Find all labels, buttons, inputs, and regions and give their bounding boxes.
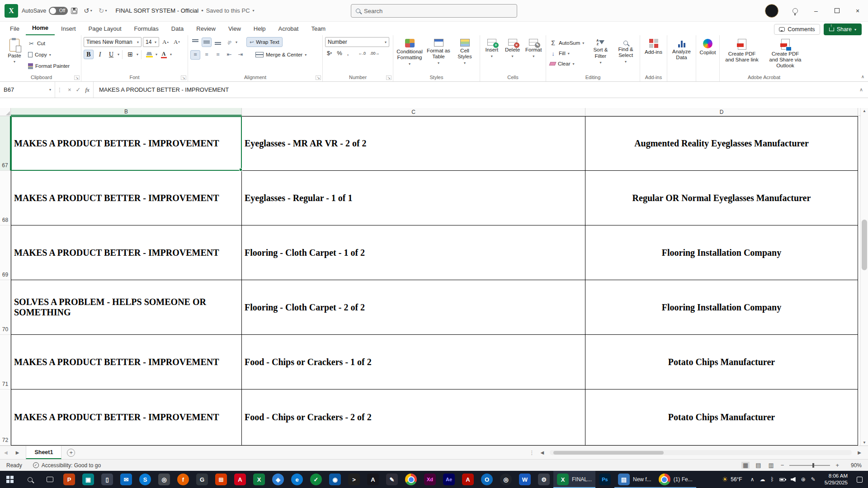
accessibility-status[interactable]: ✓Accessibility: Good to go [28, 462, 105, 469]
bottom-align-button[interactable] [213, 38, 223, 47]
percent-button[interactable]: % [335, 50, 344, 56]
cancel-icon[interactable]: × [68, 86, 71, 93]
lightbulb-button[interactable] [785, 0, 806, 22]
chrome-pinned-taskbar-button[interactable] [401, 471, 420, 488]
tab-help[interactable]: Help [247, 23, 272, 35]
expand-formula-bar-icon[interactable]: ∧ [854, 82, 868, 98]
select-all-corner[interactable] [0, 108, 11, 116]
cell-C71[interactable]: Food - Chips or Crackers - 1 of 2 [242, 335, 585, 389]
clear-dropdown-icon[interactable]: ▾ [572, 62, 574, 66]
row-header-71[interactable]: 71 [0, 335, 11, 389]
conditional-formatting-button[interactable]: Conditional Formatting▾ [396, 37, 424, 73]
italic-button[interactable]: I [95, 50, 105, 59]
taskbar-clock[interactable]: 8:06 AM 5/29/2025 [821, 473, 851, 486]
photoshop-taskbar-button[interactable]: Ps [595, 471, 614, 488]
cell-C67[interactable]: Eyeglasses - MR AR VR - 2 of 2 [242, 116, 585, 171]
battery-icon[interactable] [779, 478, 785, 481]
scroll-down-icon[interactable]: ▼ [863, 441, 866, 445]
vertical-scrollbar[interactable]: ▲ ▼ [860, 108, 868, 446]
start-button[interactable] [0, 471, 20, 488]
zoom-out-button[interactable]: − [780, 462, 785, 469]
format-as-table-button[interactable]: Format as Table▾ [425, 37, 452, 73]
prev-sheet-icon[interactable]: ◀ [0, 450, 12, 455]
cell-D70[interactable]: Flooring Installation Company [585, 280, 858, 335]
horizontal-scrollbar[interactable] [550, 450, 852, 455]
increase-font-size-button[interactable]: A▴ [160, 38, 170, 46]
analyze-data-button[interactable]: Analyze Data [670, 37, 693, 73]
word-taskbar-button[interactable]: W [515, 471, 534, 488]
decrease-font-size-button[interactable]: A▾ [172, 38, 182, 46]
maximize-button[interactable] [826, 0, 847, 22]
font-family-select[interactable]: Times New Roman▾ [84, 37, 142, 47]
create-pdf-share-link-button[interactable]: Create PDF and Share link [723, 37, 761, 73]
create-pdf-share-outlook-button[interactable]: Create PDF and Share via Outlook [765, 37, 805, 73]
next-sheet-icon[interactable]: ▶ [12, 450, 24, 455]
scroll-up-icon[interactable]: ▲ [863, 109, 866, 113]
font-color-dropdown-icon[interactable]: ▾ [170, 52, 172, 56]
powerpoint-taskbar-button[interactable]: P [60, 471, 79, 488]
bluetooth-icon[interactable]: ᛒ [771, 476, 774, 483]
collapse-ribbon-icon[interactable]: ∧ [861, 74, 864, 79]
zoom-level[interactable]: 90% [844, 462, 862, 469]
insert-cells-button[interactable]: Insert▾ [482, 37, 501, 73]
number-dialog-launcher[interactable]: ↘ [386, 75, 392, 80]
taskbar-search-button[interactable] [20, 471, 40, 488]
redo-dropdown-icon[interactable]: ▾ [105, 9, 107, 13]
excel-taskbar-button[interactable]: XFINAL... [553, 471, 595, 488]
whiteboard-taskbar-button[interactable]: ✎ [382, 471, 401, 488]
to-do-taskbar-button[interactable]: ✓ [307, 471, 326, 488]
mail-taskbar-button[interactable]: ✉ [117, 471, 136, 488]
remote-desktop-taskbar-button[interactable]: ▣ [79, 471, 98, 488]
hscroll-right-icon[interactable]: ▶ [854, 450, 865, 455]
excel-pinned-taskbar-button[interactable]: X [250, 471, 269, 488]
edge-taskbar-button[interactable]: e [288, 471, 307, 488]
volume-icon[interactable] [791, 477, 796, 482]
column-header-C[interactable]: C [242, 108, 585, 116]
search-box[interactable]: Search [351, 4, 517, 18]
network-icon[interactable]: ⊕ [801, 476, 806, 483]
tab-page-layout[interactable]: Page Layout [82, 23, 128, 35]
hidden-icons-chevron[interactable]: ∧ [750, 476, 755, 483]
cell-D68[interactable]: Regular OR Normal Eyeglasses Manufacture… [585, 171, 858, 225]
autosave-toggle[interactable]: AutoSave Off [22, 7, 68, 15]
decrease-decimal-button[interactable]: .00→ [368, 51, 381, 56]
obs-studio-taskbar-button[interactable]: ◎ [496, 471, 515, 488]
clipboard-dialog-launcher[interactable]: ↘ [74, 75, 80, 80]
cell-B68[interactable]: MAKES A PRODUCT BETTER - IMPROVEMENT [11, 171, 242, 225]
increase-indent-button[interactable]: ⇥ [236, 50, 245, 60]
cell-styles-button[interactable]: Cell Styles▾ [453, 37, 476, 73]
action-center-icon[interactable] [857, 477, 863, 483]
undo-button[interactable]: ↺▾ [80, 4, 95, 18]
zoom-slider-thumb[interactable] [812, 463, 814, 468]
page-layout-view-icon[interactable]: ▤ [754, 462, 762, 469]
number-format-select[interactable]: Number▾ [325, 37, 389, 47]
tab-file[interactable]: File [4, 23, 26, 35]
insert-function-icon[interactable]: fx [85, 86, 90, 94]
terminal-taskbar-button[interactable]: > [344, 471, 363, 488]
minimize-button[interactable]: – [806, 0, 826, 22]
undo-dropdown-icon[interactable]: ▾ [90, 9, 92, 13]
autosum-dropdown-icon[interactable]: ▾ [582, 41, 584, 45]
format-painter-button[interactable]: Format Painter [27, 61, 71, 70]
comments-button[interactable]: Comments [774, 24, 820, 35]
after-effects-taskbar-button[interactable]: Ae [439, 471, 458, 488]
row-header-68[interactable]: 68 [0, 171, 11, 225]
column-header-D[interactable]: D [585, 108, 858, 116]
adobe-reader-taskbar-button[interactable]: A [231, 471, 250, 488]
alignment-dialog-launcher[interactable]: ↘ [316, 75, 321, 80]
addins-button[interactable]: Add-ins [642, 37, 665, 73]
outlook-taskbar-button[interactable]: O [477, 471, 496, 488]
autosum-button[interactable]: ΣAutoSum▾ [548, 38, 587, 47]
hscroll-left-icon[interactable]: ◀ [537, 450, 548, 455]
cut-button[interactable]: ✂Cut [27, 39, 71, 48]
pen-icon[interactable]: ✎ [811, 476, 816, 483]
tab-home[interactable]: Home [26, 22, 55, 35]
firefox-taskbar-button[interactable]: f [174, 471, 193, 488]
delete-cells-button[interactable]: Delete▾ [503, 37, 522, 73]
excel-app-icon[interactable]: X [5, 4, 18, 18]
currency-dropdown-icon[interactable]: ▾ [330, 51, 332, 55]
tab-acrobat[interactable]: Acrobat [272, 23, 305, 35]
scrollbar-splitter[interactable]: ⋮ [529, 450, 535, 456]
cell-C70[interactable]: Flooring - Cloth Carpet - 2 of 2 [242, 280, 585, 335]
column-header-B[interactable]: B [11, 108, 242, 116]
